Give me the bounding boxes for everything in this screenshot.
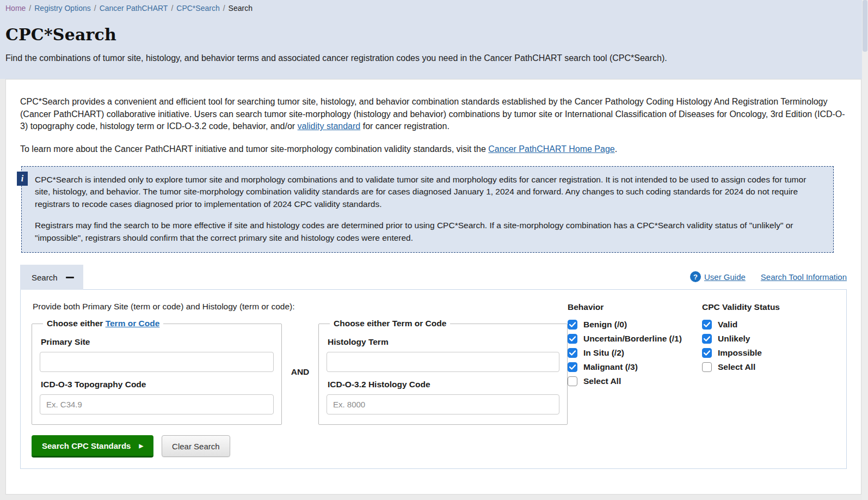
primary-site-input[interactable] bbox=[40, 352, 274, 372]
scrollbar-thumb[interactable] bbox=[863, 0, 867, 52]
page-title: CPC*Search bbox=[5, 25, 863, 44]
clear-search-button[interactable]: Clear Search bbox=[162, 435, 230, 457]
primary-site-label: Primary Site bbox=[41, 337, 274, 347]
intro-p1-text-after: for cancer registration. bbox=[360, 121, 450, 131]
breadcrumb-separator: / bbox=[171, 4, 173, 13]
intro-section: CPC*Search provides a convenient and eff… bbox=[20, 96, 847, 156]
histology-term-input[interactable] bbox=[327, 352, 559, 372]
checkbox-validity-select-all[interactable]: Select All bbox=[702, 362, 835, 372]
behavior-filter-group: Behavior Benign (/0) Uncertain/Borderlin… bbox=[568, 302, 702, 458]
checkbox-label: Unlikely bbox=[718, 334, 750, 344]
collapse-minus-icon bbox=[66, 277, 74, 278]
checkbox-label: Impossible bbox=[718, 348, 762, 358]
checkbox-benign[interactable]: Benign (/0) bbox=[568, 320, 702, 330]
pathchart-home-page-link[interactable]: Cancer PathCHART Home Page bbox=[488, 144, 614, 154]
checkbox-icon[interactable] bbox=[702, 320, 712, 330]
checkbox-icon[interactable] bbox=[702, 362, 712, 372]
scrollbar[interactable] bbox=[862, 0, 868, 500]
histology-fieldset: Choose either Term or Code Histology Ter… bbox=[318, 319, 568, 425]
checkbox-label: Uncertain/Borderline (/1) bbox=[583, 334, 682, 344]
search-tab-label: Search bbox=[32, 273, 58, 282]
search-form: Provide both Primary Site (term or code)… bbox=[32, 302, 568, 458]
validity-standard-link[interactable]: validity standard bbox=[298, 121, 361, 131]
primary-site-fieldset: Choose either Term or Code Primary Site … bbox=[32, 319, 282, 425]
histology-term-label: Histology Term bbox=[328, 337, 559, 347]
histology-fieldset-legend: Choose either Term or Code bbox=[330, 319, 450, 328]
info-box-paragraph-1: CPC*Search is intended only to explore t… bbox=[35, 174, 821, 210]
checkbox-impossible[interactable]: Impossible bbox=[702, 348, 835, 358]
page-description: Find the combinations of tumor site, his… bbox=[5, 53, 863, 63]
info-box: i CPC*Search is intended only to explore… bbox=[21, 166, 834, 253]
checkbox-icon[interactable] bbox=[568, 376, 577, 386]
checkbox-uncertain-borderline[interactable]: Uncertain/Borderline (/1) bbox=[568, 334, 702, 344]
form-instruction: Provide both Primary Site (term or code)… bbox=[33, 302, 568, 312]
intro-p2-text: To learn more about the Cancer PathCHART… bbox=[20, 144, 488, 154]
checkbox-unlikely[interactable]: Unlikely bbox=[702, 334, 835, 344]
checkbox-behavior-select-all[interactable]: Select All bbox=[568, 376, 702, 386]
fieldset-row: Choose either Term or Code Primary Site … bbox=[32, 319, 568, 425]
intro-p2-text-after: . bbox=[615, 144, 617, 154]
checkbox-malignant[interactable]: Malignant (/3) bbox=[568, 362, 702, 372]
checkbox-icon[interactable] bbox=[702, 348, 712, 358]
question-mark-icon: ? bbox=[690, 271, 701, 282]
breadcrumb: Home/Registry Options/Cancer PathCHART/C… bbox=[5, 4, 863, 13]
info-box-paragraph-2: Registrars may find the search to be mor… bbox=[35, 219, 821, 244]
search-tab-row: Search ? User Guide Search Tool Informat… bbox=[20, 265, 847, 289]
checkbox-label: Select All bbox=[583, 376, 621, 386]
breadcrumb-current: Search bbox=[229, 4, 253, 13]
legend-prefix: Choose either bbox=[47, 319, 106, 328]
search-accordion-tab[interactable]: Search bbox=[20, 265, 83, 290]
checkbox-icon[interactable] bbox=[568, 334, 577, 344]
behavior-header: Behavior bbox=[568, 302, 702, 312]
button-row: Search CPC Standards ▶ Clear Search bbox=[32, 435, 568, 458]
user-guide-link-group: ? User Guide bbox=[690, 271, 746, 282]
checkbox-icon[interactable] bbox=[568, 362, 577, 372]
validity-header: CPC Validity Status bbox=[702, 302, 835, 312]
checkbox-icon[interactable] bbox=[568, 320, 577, 330]
info-icon: i bbox=[17, 172, 28, 186]
search-button-label: Search CPC Standards bbox=[42, 441, 131, 450]
search-tool-information-link[interactable]: Search Tool Information bbox=[761, 272, 847, 282]
checkbox-icon[interactable] bbox=[568, 348, 577, 358]
breadcrumb-separator: / bbox=[223, 4, 225, 13]
breadcrumb-cancer-pathchart[interactable]: Cancer PathCHART bbox=[100, 4, 168, 13]
checkbox-icon[interactable] bbox=[702, 334, 712, 344]
breadcrumb-registry-options[interactable]: Registry Options bbox=[34, 4, 90, 13]
topography-code-label: ICD-O-3 Topography Code bbox=[41, 380, 274, 389]
breadcrumb-cpc-search[interactable]: CPC*Search bbox=[176, 4, 219, 13]
user-guide-link[interactable]: User Guide bbox=[704, 272, 746, 282]
checkbox-label: Valid bbox=[718, 320, 737, 330]
intro-paragraph-1: CPC*Search provides a convenient and eff… bbox=[20, 96, 847, 133]
histology-code-label: ICD-O-3.2 Histology Code bbox=[328, 380, 559, 389]
page-header-band: Home/Registry Options/Cancer PathCHART/C… bbox=[0, 0, 868, 79]
histology-code-input[interactable] bbox=[327, 394, 559, 414]
breadcrumb-home[interactable]: Home bbox=[5, 4, 26, 13]
checkbox-label: Malignant (/3) bbox=[583, 362, 638, 372]
breadcrumb-separator: / bbox=[94, 4, 96, 13]
checkbox-label: Select All bbox=[718, 362, 755, 372]
arrow-right-icon: ▶ bbox=[139, 443, 143, 449]
and-label: AND bbox=[282, 367, 318, 377]
checkbox-label: Benign (/0) bbox=[583, 320, 627, 330]
site-fieldset-legend: Choose either Term or Code bbox=[43, 319, 163, 328]
content-card: CPC*Search provides a convenient and eff… bbox=[5, 79, 861, 495]
term-or-code-link[interactable]: Term or Code bbox=[106, 319, 160, 328]
validity-filter-group: CPC Validity Status Valid Unlikely Impos… bbox=[702, 302, 835, 458]
intro-paragraph-2: To learn more about the Cancer PathCHART… bbox=[20, 143, 847, 156]
checkbox-valid[interactable]: Valid bbox=[702, 320, 835, 330]
topography-code-input[interactable] bbox=[40, 394, 274, 414]
search-panel: Provide both Primary Site (term or code)… bbox=[20, 289, 847, 469]
help-links: ? User Guide Search Tool Information bbox=[690, 271, 847, 282]
checkbox-in-situ[interactable]: In Situ (/2) bbox=[568, 348, 702, 358]
checkbox-label: In Situ (/2) bbox=[583, 348, 624, 358]
breadcrumb-separator: / bbox=[29, 4, 31, 13]
search-cpc-standards-button[interactable]: Search CPC Standards ▶ bbox=[32, 435, 153, 458]
